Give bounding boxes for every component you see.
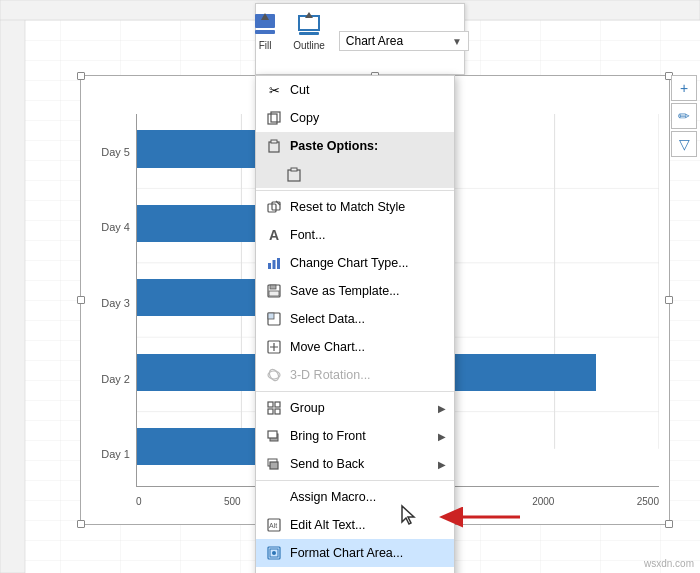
menu-item-edit-alt[interactable]: Alt Edit Alt Text... bbox=[256, 511, 454, 539]
svg-rect-38 bbox=[275, 402, 280, 407]
svg-rect-21 bbox=[271, 140, 277, 143]
y-axis: Day 1 Day 2 Day 3 Day 4 Day 5 bbox=[81, 114, 136, 492]
x-label-500: 500 bbox=[224, 496, 241, 507]
copy-icon bbox=[264, 108, 284, 128]
bring-front-arrow: ▶ bbox=[438, 431, 446, 442]
svg-rect-27 bbox=[273, 260, 276, 269]
svg-rect-31 bbox=[269, 291, 279, 296]
y-label-4: Day 4 bbox=[101, 221, 130, 233]
arrow-svg bbox=[435, 502, 525, 532]
svg-point-49 bbox=[272, 551, 276, 555]
menu-item-3d-rotation[interactable]: 3-D Rotation... bbox=[256, 361, 454, 389]
x-label-2000: 2000 bbox=[532, 496, 554, 507]
svg-rect-4 bbox=[255, 30, 275, 34]
fill-group[interactable]: Fill bbox=[251, 10, 279, 51]
y-label-2: Day 2 bbox=[101, 373, 130, 385]
svg-rect-1 bbox=[0, 0, 25, 573]
menu-label-font: Font... bbox=[290, 228, 446, 242]
pencil-icon: ✏ bbox=[678, 108, 690, 124]
menu-label-3d: 3-D Rotation... bbox=[290, 368, 446, 382]
menu-label-assign-macro: Assign Macro... bbox=[290, 490, 446, 504]
chart-area-dropdown-label: Chart Area bbox=[346, 34, 403, 48]
svg-point-36 bbox=[268, 368, 281, 382]
ribbon-icons-row: Fill Outline Chart Area ▼ bbox=[241, 4, 479, 53]
select-data-icon bbox=[264, 309, 284, 329]
menu-item-assign-macro[interactable]: Assign Macro... bbox=[256, 483, 454, 511]
y-label-5: Day 5 bbox=[101, 146, 130, 158]
menu-item-send-back[interactable]: Send to Back ▶ bbox=[256, 450, 454, 478]
y-label-1: Day 1 bbox=[101, 448, 130, 460]
outline-group[interactable]: Outline bbox=[293, 10, 325, 51]
separator-3 bbox=[256, 480, 454, 481]
side-toolbar: + ✏ ▽ bbox=[671, 75, 697, 157]
fill-label: Fill bbox=[259, 40, 272, 51]
svg-rect-23 bbox=[291, 168, 297, 171]
assign-macro-icon bbox=[264, 487, 284, 507]
menu-item-save-template[interactable]: Save as Template... bbox=[256, 277, 454, 305]
menu-label-move-chart: Move Chart... bbox=[290, 340, 446, 354]
svg-rect-30 bbox=[270, 285, 276, 289]
svg-rect-39 bbox=[268, 409, 273, 414]
menu-item-format-chart[interactable]: Format Chart Area... bbox=[256, 539, 454, 567]
menu-label-reset: Reset to Match Style bbox=[290, 200, 446, 214]
menu-label-select-data: Select Data... bbox=[290, 312, 446, 326]
menu-label-format-chart: Format Chart Area... bbox=[290, 546, 446, 560]
menu-label-group: Group bbox=[290, 401, 438, 415]
x-label-2500: 2500 bbox=[637, 496, 659, 507]
paste-sub-icon bbox=[284, 164, 304, 184]
edit-button[interactable]: ✏ bbox=[671, 103, 697, 129]
ribbon-toolbar: Fill Outline Chart Area ▼ bbox=[255, 3, 465, 75]
svg-rect-26 bbox=[268, 263, 271, 269]
menu-item-pivotchart[interactable]: PivotChart Options... bbox=[256, 567, 454, 573]
handle-top-left bbox=[77, 72, 85, 80]
menu-label-change-chart: Change Chart Type... bbox=[290, 256, 446, 270]
separator-1 bbox=[256, 190, 454, 191]
menu-item-paste-options[interactable]: Paste Options: bbox=[256, 132, 454, 160]
add-icon: + bbox=[680, 80, 688, 96]
send-back-icon bbox=[264, 454, 284, 474]
bring-front-icon bbox=[264, 426, 284, 446]
menu-item-font[interactable]: A Font... bbox=[256, 221, 454, 249]
menu-label-copy: Copy bbox=[290, 111, 446, 125]
dropdown-arrow: ▼ bbox=[452, 36, 462, 47]
filter-button[interactable]: ▽ bbox=[671, 131, 697, 157]
svg-rect-33 bbox=[268, 313, 274, 319]
menu-item-bring-front[interactable]: Bring to Front ▶ bbox=[256, 422, 454, 450]
watermark: wsxdn.com bbox=[644, 558, 694, 569]
3d-icon bbox=[264, 365, 284, 385]
cut-icon: ✂ bbox=[264, 80, 284, 100]
menu-item-change-chart[interactable]: Change Chart Type... bbox=[256, 249, 454, 277]
menu-item-select-data[interactable]: Select Data... bbox=[256, 305, 454, 333]
menu-item-move-chart[interactable]: Move Chart... bbox=[256, 333, 454, 361]
font-icon: A bbox=[264, 225, 284, 245]
menu-label-send-back: Send to Back bbox=[290, 457, 438, 471]
menu-label-cut: Cut bbox=[290, 83, 446, 97]
send-back-arrow: ▶ bbox=[438, 459, 446, 470]
chart-area-dropdown[interactable]: Chart Area ▼ bbox=[339, 31, 469, 51]
outline-label: Outline bbox=[293, 40, 325, 51]
menu-label-save-template: Save as Template... bbox=[290, 284, 446, 298]
arrow-pointer bbox=[435, 502, 525, 535]
menu-item-copy[interactable]: Copy bbox=[256, 104, 454, 132]
add-element-button[interactable]: + bbox=[671, 75, 697, 101]
svg-rect-37 bbox=[268, 402, 273, 407]
format-chart-icon bbox=[264, 543, 284, 563]
svg-rect-40 bbox=[275, 409, 280, 414]
change-chart-icon bbox=[264, 253, 284, 273]
separator-2 bbox=[256, 391, 454, 392]
fill-icon bbox=[251, 10, 279, 38]
paste-icon bbox=[264, 136, 284, 156]
menu-item-cut[interactable]: ✂ Cut bbox=[256, 76, 454, 104]
svg-rect-6 bbox=[299, 16, 319, 30]
menu-item-reset[interactable]: Reset to Match Style bbox=[256, 193, 454, 221]
menu-label-edit-alt: Edit Alt Text... bbox=[290, 518, 446, 532]
menu-item-group[interactable]: Group ▶ bbox=[256, 394, 454, 422]
outline-icon bbox=[295, 10, 323, 38]
svg-text:Alt: Alt bbox=[269, 522, 277, 529]
svg-rect-28 bbox=[277, 258, 280, 269]
group-arrow: ▶ bbox=[438, 403, 446, 414]
menu-item-paste-sub[interactable] bbox=[256, 160, 454, 188]
x-label-0: 0 bbox=[136, 496, 142, 507]
reset-icon bbox=[264, 197, 284, 217]
filter-icon: ▽ bbox=[679, 136, 690, 152]
